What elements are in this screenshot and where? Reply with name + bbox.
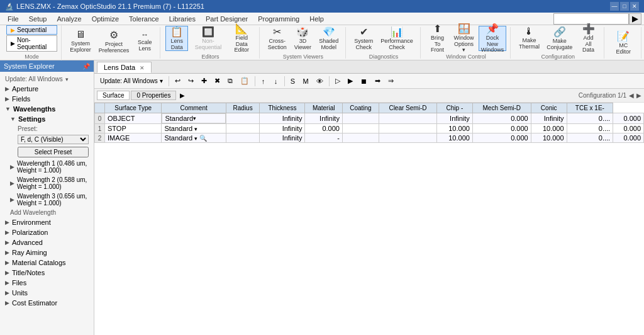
field-data-editor-btn[interactable]: 📐 Field DataEditor [228,26,255,51]
row0-conic[interactable]: 0.... [567,113,613,124]
dock-new-windows-btn[interactable]: 📌 Dock NewWindows [479,26,507,51]
row2-material[interactable] [342,133,379,143]
sidebar-item-wavelengths[interactable]: ▼ Wavelengths [0,104,94,114]
sidebar-item-environment[interactable]: ▶ Environment [0,217,94,227]
row2-thickness[interactable]: - [305,133,342,143]
add-all-data-btn[interactable]: ➕ Add AllData [577,26,600,51]
sidebar-item-aperture[interactable]: ▶ Aperture [0,84,94,94]
col-thickness[interactable]: Thickness [260,103,305,113]
row1-mech-semi[interactable]: 10.000 [531,124,567,133]
cross-section-btn[interactable]: ✂ Cross-Section [265,26,290,51]
lens-arrow-right2-btn[interactable]: ⇒ [385,76,397,86]
lens-paste-btn[interactable]: 📋 [237,76,252,86]
col-coating[interactable]: Coating [342,103,379,113]
sidebar-update-all[interactable]: Update: All Windows ▾ [0,74,94,84]
sidebar-item-wavelength1[interactable]: ▶ Wavelength 1 (0.486 um, Weight = 1.000… [0,159,94,175]
row1-type-dropdown[interactable]: ▾ [194,126,197,132]
row0-type[interactable]: Standard ▾ [162,113,225,123]
config-prev-btn[interactable]: ◀ [629,92,634,99]
col-clear-semi[interactable]: Clear Semi-D [379,103,436,113]
window-options-btn[interactable]: 🪟 WindowOptions ▾ [450,26,477,51]
nonsequential-mode-btn[interactable]: ▶ Non-Sequential [6,35,57,52]
row1-conic[interactable]: 0.... [567,124,613,133]
row0-coating[interactable] [379,113,436,124]
sidebar-item-add-wavelength[interactable]: Add Wavelength [0,208,94,217]
menu-optimize[interactable]: Optimize [87,14,124,24]
lens-up-btn[interactable]: ↑ [258,76,269,86]
title-controls[interactable]: — □ ✕ [610,2,639,11]
minimize-btn[interactable]: — [610,2,619,11]
sequential-mode-btn[interactable]: ▶ Sequential [6,25,57,35]
row2-chip-zon[interactable]: 0.000 [472,133,531,143]
menu-setup[interactable]: Setup [24,14,52,24]
config-next-btn[interactable]: ▶ [636,92,641,99]
row2-mech-semi[interactable]: 10.000 [531,133,567,143]
sidebar-item-fields[interactable]: ▶ Fields [0,94,94,104]
row2-type[interactable]: Standard ▾ 🔍 [162,133,226,143]
row2-coating[interactable] [379,133,436,143]
menu-programming[interactable]: Programming [253,14,304,24]
menu-libraries[interactable]: Libraries [164,14,201,24]
menu-help[interactable]: Help [304,14,329,24]
close-btn[interactable]: ✕ [630,2,639,11]
make-conjugate-btn[interactable]: 🔗 MakeConjugate [544,26,575,51]
lens-arrow-right-btn[interactable]: ➡ [372,76,384,86]
row2-comment[interactable] [226,133,260,143]
row0-name[interactable]: OBJECT [105,113,162,124]
row0-chip-zon[interactable]: 0.000 [472,113,531,124]
row0-type-dropdown[interactable]: ▾ [193,115,196,122]
lens-mirror-btn[interactable]: M [300,76,312,86]
row0-tce[interactable]: 0.000 [613,113,644,124]
row0-comment[interactable] [226,113,260,124]
maximize-btn[interactable]: □ [620,2,629,11]
lens-down-btn[interactable]: ↓ [270,76,282,86]
col-comment[interactable]: Comment [162,103,226,113]
col-material[interactable]: Material [305,103,342,113]
lens-wave2-btn[interactable]: ▶ [345,76,356,86]
lens-view-btn[interactable]: 👁 [313,76,326,86]
scale-lens-btn[interactable]: ↔ ScaleLens [133,29,156,54]
row1-coating[interactable] [379,124,436,133]
row2-type-dropdown[interactable]: ▾ [194,135,197,142]
col-radius[interactable]: Radius [226,103,260,113]
lens-copy-btn[interactable]: ⧉ [225,76,236,86]
row2-tce[interactable]: 0.000 [613,133,644,143]
col-tce[interactable]: TCE x 1E- [567,103,613,113]
col-conic[interactable]: Conic [531,103,567,113]
row1-thickness[interactable]: 0.000 [305,124,342,133]
row1-radius[interactable]: Infinity [260,124,305,133]
sub-tab-properties[interactable]: 0 Properties [131,91,176,100]
sidebar-item-files[interactable]: ▶ Files [0,278,94,288]
row1-name[interactable]: STOP [105,124,162,133]
tab-lens-data[interactable]: Lens Data ✕ [97,62,152,73]
sidebar-pin-icon[interactable]: 📌 [82,63,90,70]
sidebar-item-cost-estimator[interactable]: ▶ Cost Estimator [0,298,94,308]
menu-analyze[interactable]: Analyze [52,14,86,24]
lens-delete-row-btn[interactable]: ✖ [211,76,223,86]
nonsequential-btn[interactable]: 🔲 Non-Sequential [189,26,227,51]
sidebar-item-settings[interactable]: ▼ Settings [0,114,94,124]
system-explorer-btn[interactable]: 🖥 SystemExplorer [67,29,94,54]
row0-mech-semi[interactable]: Infinity [531,113,567,124]
row1-comment[interactable] [226,124,260,133]
make-thermal-btn[interactable]: 🌡 MakeThermal [516,26,542,51]
search-button[interactable]: ▶ [629,13,641,25]
sidebar-item-wavelength2[interactable]: ▶ Wavelength 2 (0.588 um, Weight = 1.000… [0,175,94,191]
col-surface-type[interactable]: Surface Type [105,103,162,113]
project-preferences-btn[interactable]: ⚙ ProjectPreferences [96,29,133,54]
menu-tolerance[interactable]: Tolerance [124,14,164,24]
row2-radius[interactable]: Infinity [260,133,305,143]
lens-update-btn[interactable]: Update: All Windows ▾ [97,76,166,86]
row1-type[interactable]: Standard ▾ [162,124,226,133]
sub-expand-btn[interactable]: ▶ [180,92,185,99]
tab-close-icon[interactable]: ✕ [140,65,145,71]
lens-stop-btn[interactable]: ⏹ [357,76,370,86]
row1-material[interactable] [342,124,379,133]
row2-clear-semi[interactable]: 10.000 [436,133,472,143]
system-check-btn[interactable]: ✔ SystemCheck [351,26,376,51]
row0-radius[interactable]: Infinity [260,113,305,124]
sub-tab-surface[interactable]: Surface [97,91,130,100]
sidebar-item-title-notes[interactable]: ▶ Title/Notes [0,268,94,278]
sidebar-item-wavelength3[interactable]: ▶ Wavelength 3 (0.656 um, Weight = 1.000… [0,191,94,208]
3d-viewer-btn[interactable]: 🎲 3DViewer [291,26,314,51]
